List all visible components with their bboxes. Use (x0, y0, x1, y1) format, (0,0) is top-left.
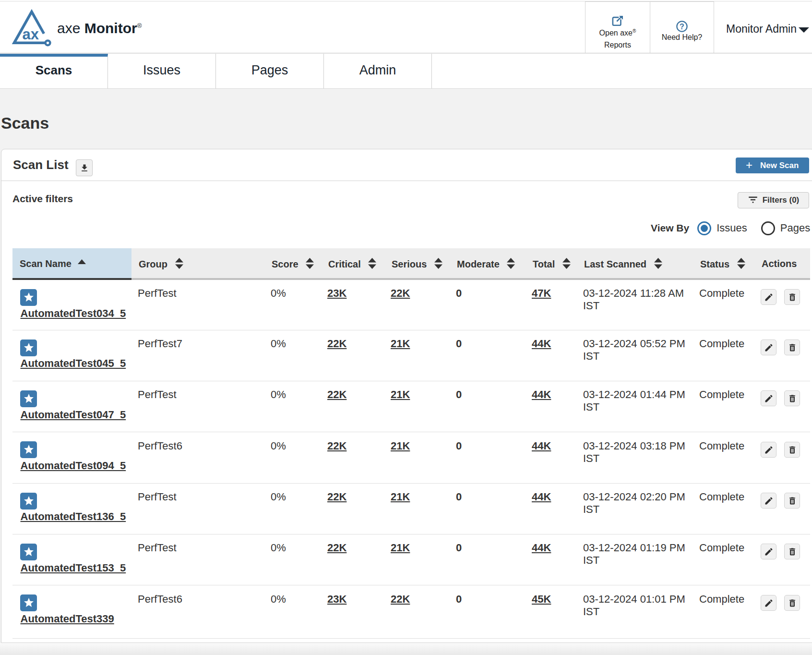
svg-text:?: ? (680, 23, 684, 31)
svg-text:ax: ax (23, 26, 39, 43)
